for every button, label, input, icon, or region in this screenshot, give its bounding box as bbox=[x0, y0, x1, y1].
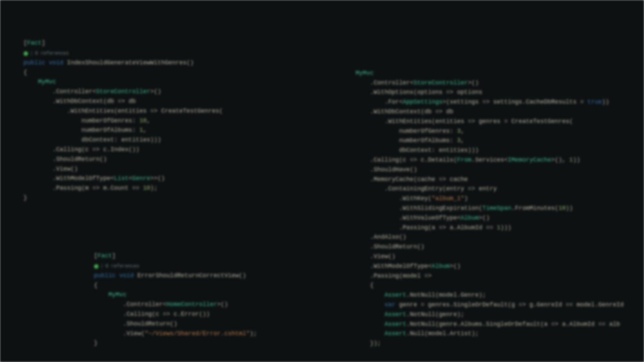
with-options-line: .WithOptions(options => options bbox=[370, 89, 482, 96]
should-have-line: .ShouldHave() bbox=[370, 166, 417, 173]
assert-line-1: Assert.NotNull(model.Genre); bbox=[384, 292, 486, 298]
open-brace-2: { bbox=[370, 282, 374, 289]
codelens-separator: | bbox=[30, 50, 33, 57]
with-key-line: .WithKey("album_1") bbox=[399, 195, 468, 202]
open-brace: { bbox=[23, 69, 27, 76]
containing-entry-line: .ContainingEntry(entry => entry bbox=[384, 185, 497, 192]
view-line: .View() bbox=[370, 253, 395, 260]
with-entities-line: .WithEntities(entities => genres = Creat… bbox=[384, 118, 573, 125]
view-line: .View() bbox=[52, 166, 78, 172]
method-signature: public void IndexShouldGenerateViewWithG… bbox=[23, 59, 194, 66]
assert-line-2: Assert.NotNull(genre); bbox=[384, 311, 464, 318]
view-line: .View("~/Views/Shared/Error.cshtml"); bbox=[123, 330, 257, 337]
with-model-line: .WithModelOfType<Album>() bbox=[370, 263, 461, 269]
should-return-line: .ShouldReturn() bbox=[123, 320, 177, 327]
attribute-bracket: [Fact] bbox=[23, 40, 45, 46]
with-value-line: .WithValueOfType<Album>() bbox=[399, 215, 490, 221]
calling-line: .Calling(c => c.Index()) bbox=[52, 146, 139, 153]
assert-line-4: Assert.Null(model.Artist); bbox=[384, 330, 479, 337]
mymvc-entry: MyMvc bbox=[356, 70, 374, 76]
with-sliding-line: .WithSlidingExpiration(TimeSpan.FromMinu… bbox=[399, 205, 573, 212]
controller-line: .Controller<StoreController>() bbox=[370, 79, 479, 86]
passing-line: .Passing(m => m.Count == 10); bbox=[52, 185, 157, 191]
code-block-details-test: MyMvc .Controller<StoreController>() .Wi… bbox=[356, 59, 624, 358]
db-context-line: dbContext: entities))) bbox=[399, 147, 479, 154]
mymvc-entry: MyMvc bbox=[38, 78, 56, 85]
mymvc-entry: MyMvc bbox=[108, 291, 126, 298]
codelens-row[interactable]: ✓|0 references bbox=[94, 262, 139, 270]
var-genre-line: var genre = genres.SingleOrDefault(g => … bbox=[384, 301, 624, 308]
method-signature: public void ErrorShouldReturnCorrectView… bbox=[94, 272, 246, 279]
codelens-row[interactable]: ✓|0 references bbox=[23, 49, 69, 58]
close-brace: } bbox=[94, 340, 98, 346]
codelens-references[interactable]: 0 references bbox=[35, 50, 69, 57]
num-genres-line: numberOfGenres: 10, bbox=[82, 117, 150, 124]
calling-line: .Calling(c => c.Error()) bbox=[123, 311, 210, 317]
num-albums-line: numberOfAlbums: 3, bbox=[399, 137, 464, 144]
controller-line: .Controller<StoreController>() bbox=[52, 88, 161, 95]
test-pass-icon: ✓ bbox=[23, 51, 28, 56]
passing1-line: .Passing(a => a.AlbumId == 1))) bbox=[399, 224, 512, 231]
num-genres-line: numberOfGenres: 3, bbox=[399, 128, 464, 134]
for-line: .For<AppSettings>(settings => settings.C… bbox=[384, 99, 609, 105]
num-albums-line: numberOfAlbums: 1, bbox=[82, 127, 147, 133]
attribute-bracket: [Fact] bbox=[94, 252, 116, 259]
with-entities-line: .WithEntities(entities => CreateTestGenr… bbox=[67, 108, 223, 114]
and-also-line: .AndAlso() bbox=[370, 234, 406, 240]
passing2-line: .Passing(model => bbox=[370, 273, 432, 279]
memory-cache-line: .MemoryCache(cache => cache bbox=[370, 176, 468, 183]
code-block-index-test: [Fact] ✓|0 references public void IndexS… bbox=[23, 28, 223, 213]
db-context-line: dbContext: entities))) bbox=[82, 136, 161, 143]
close-2: }); bbox=[370, 340, 381, 347]
calling-line: .Calling(c => c.Details(From.Services<IM… bbox=[370, 157, 580, 163]
should-return-line: .ShouldReturn() bbox=[370, 243, 424, 250]
open-brace: { bbox=[94, 282, 98, 289]
with-db-line: .WithDbContext(db => db bbox=[52, 98, 136, 105]
controller-line: .Controller<HomeController>() bbox=[123, 301, 228, 308]
codelens-separator: | bbox=[101, 262, 103, 270]
with-model-line: .WithModelOfType<List<Genre>>() bbox=[52, 175, 165, 182]
code-block-error-test: [Fact] ✓|0 references public void ErrorS… bbox=[94, 241, 257, 358]
test-pass-icon: ✓ bbox=[94, 264, 99, 269]
codelens-references[interactable]: 0 references bbox=[105, 262, 139, 270]
assert-line-3: Assert.NotNull(genre.Albums.SingleOrDefa… bbox=[384, 321, 620, 327]
code-editor-surface[interactable]: [Fact] ✓|0 references public void IndexS… bbox=[0, 0, 644, 362]
with-db-line: .WithDbContext(db => db bbox=[370, 108, 453, 115]
should-return-line: .ShouldReturn() bbox=[52, 156, 107, 163]
close-brace: } bbox=[23, 194, 27, 201]
